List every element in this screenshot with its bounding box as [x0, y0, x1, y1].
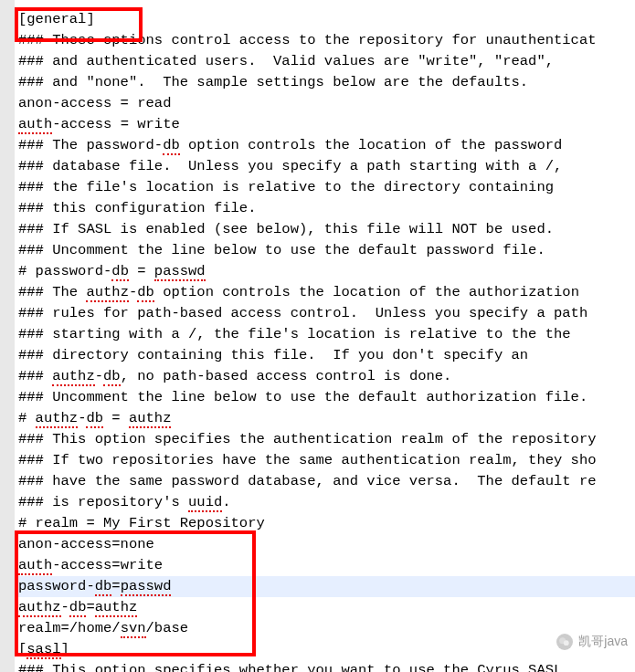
spellcheck-underline: passwd [154, 263, 206, 281]
code-line[interactable]: ### database file. Unless you specify a … [18, 156, 635, 177]
code-line[interactable]: ### This option specifies the authentica… [18, 429, 635, 450]
code-line[interactable]: # authz-db = authz [18, 408, 635, 429]
spellcheck-underline: authz [36, 410, 79, 428]
spellcheck-underline: auth [18, 557, 52, 575]
code-line[interactable]: [general] [18, 9, 635, 30]
code-line[interactable]: ### this configuration file. [18, 198, 635, 219]
spellcheck-underline: uuid [188, 494, 222, 512]
code-line[interactable]: ### These options control access to the … [18, 30, 635, 51]
code-line[interactable]: ### If two repositories have the same au… [18, 450, 635, 471]
code-line[interactable]: auth-access=write [18, 555, 635, 576]
spellcheck-underline: db [111, 263, 129, 281]
spellcheck-underline: db [95, 578, 112, 596]
wechat-icon [556, 634, 573, 650]
svg-point-1 [564, 640, 569, 646]
spellcheck-underline: auth [18, 116, 52, 134]
code-line[interactable]: ### directory containing this file. If y… [18, 345, 635, 366]
code-line[interactable]: ### is repository's uuid. [18, 492, 635, 513]
code-line[interactable]: # realm = My First Repository [18, 513, 635, 534]
code-line[interactable]: ### starting with a /, the file's locati… [18, 324, 635, 345]
code-line[interactable]: ### and authenticated users. Valid value… [18, 51, 635, 72]
watermark: 凯哥java [556, 631, 628, 652]
code-line[interactable]: ### and "none". The sample settings belo… [18, 72, 635, 93]
code-line[interactable]: ### This option specifies whether you wa… [18, 660, 635, 672]
code-line[interactable]: ### If SASL is enabled (see below), this… [18, 219, 635, 240]
spellcheck-underline: sasl [26, 641, 60, 659]
code-line[interactable]: ### The authz-db option controls the loc… [18, 282, 635, 303]
code-line[interactable]: ### The password-db option controls the … [18, 135, 635, 156]
watermark-text: 凯哥java [578, 631, 628, 652]
spellcheck-underline: db [103, 368, 121, 386]
spellcheck-underline: authz [52, 368, 95, 386]
spellcheck-underline: db [86, 410, 103, 428]
code-line[interactable]: ### have the same password database, and… [18, 471, 635, 492]
code-line[interactable]: ### the file's location is relative to t… [18, 177, 635, 198]
code-line[interactable]: auth-access = write [18, 114, 635, 135]
spellcheck-underline: authz [129, 410, 172, 428]
spellcheck-underline: authz [95, 599, 138, 617]
code-line[interactable]: anon-access = read [18, 93, 635, 114]
code-line[interactable]: ### rules for path-based access control.… [18, 303, 635, 324]
code-line[interactable]: authz-db=authz [18, 597, 635, 618]
code-line[interactable]: # password-db = passwd [18, 261, 635, 282]
code-line[interactable]: ### Uncomment the line below to use the … [18, 240, 635, 261]
spellcheck-underline: svn [121, 620, 146, 638]
code-line[interactable]: [sasl] [18, 639, 635, 660]
spellcheck-underline: db [163, 137, 180, 155]
code-line[interactable]: ### authz-db, no path-based access contr… [18, 366, 635, 387]
code-line[interactable]: ### Uncomment the line below to use the … [18, 387, 635, 408]
spellcheck-underline: authz [86, 284, 129, 302]
code-line[interactable]: anon-access=none [18, 534, 635, 555]
spellcheck-underline: db [137, 284, 154, 302]
line-gutter [0, 0, 15, 672]
code-line[interactable]: realm=/home/svn/base [18, 618, 635, 639]
code-line[interactable]: password-db=passwd [18, 576, 635, 597]
spellcheck-underline: authz [18, 599, 61, 617]
spellcheck-underline: passwd [121, 578, 172, 596]
spellcheck-underline: db [69, 599, 87, 617]
code-editor[interactable]: [general]### These options control acces… [0, 0, 635, 672]
